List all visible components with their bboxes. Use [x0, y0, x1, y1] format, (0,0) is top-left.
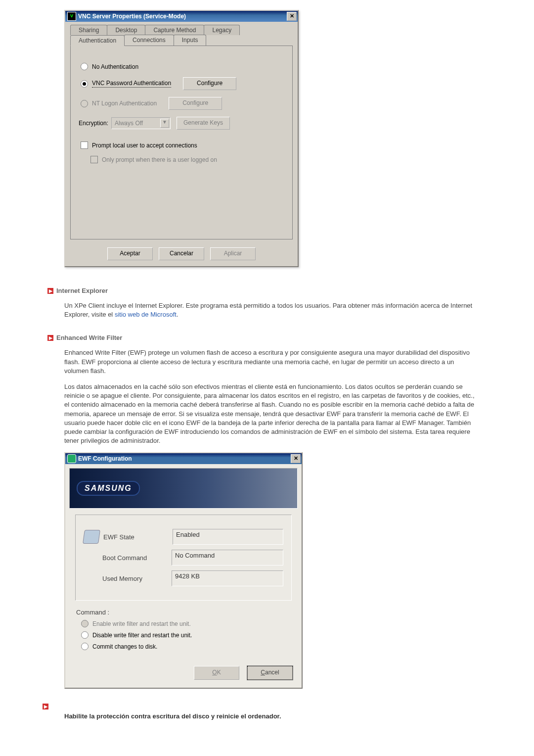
tab-authentication[interactable]: Authentication — [70, 35, 125, 46]
tab-inputs[interactable]: Inputs — [174, 35, 207, 46]
enable-write-protection-text: Habilite la protección contra escritura … — [64, 712, 524, 720]
tab-legacy[interactable]: Legacy — [204, 25, 240, 35]
radio-label: NT Logon Authentication — [92, 100, 157, 107]
bullet-icon: ▶ — [47, 335, 53, 341]
microsoft-link[interactable]: sitio web de Microsoft — [115, 311, 177, 318]
radio-nt-logon-auth: NT Logon Authentication Configure — [79, 97, 284, 110]
configure-button[interactable]: Configure — [183, 77, 236, 90]
bullet-icon: ▶ — [43, 704, 48, 709]
vnc-icon: V — [67, 12, 76, 21]
ie-paragraph: Un XPe Client incluye el Internet Explor… — [64, 301, 480, 319]
apply-button: Aplicar — [210, 247, 256, 260]
generate-keys-button: Generate Keys — [177, 117, 230, 130]
vnc-title: VNC Server Properties (Service-Mode) — [78, 13, 287, 20]
checkbox-icon — [90, 156, 98, 163]
checkbox-icon — [81, 142, 88, 149]
ewf-title: EWF Configuration — [78, 455, 291, 462]
cancel-button[interactable]: Cancel — [247, 666, 293, 680]
radio-label: Disable write filter and restart the uni… — [92, 632, 192, 639]
radio-icon — [81, 620, 89, 627]
radio-disable-write-filter[interactable]: Disable write filter and restart the uni… — [79, 631, 292, 639]
ewf-config-dialog: EWF Configuration ✕ SAMSUNG EWF State En… — [64, 452, 303, 689]
checkbox-label: Only prompt when there is a user logged … — [102, 156, 217, 163]
radio-icon — [81, 643, 89, 650]
encryption-value: Always Off — [115, 120, 143, 127]
ewf-paragraph-1: Enhanced Write Filter (EWF) protege un v… — [64, 348, 480, 376]
ok-button[interactable]: Aceptar — [107, 247, 153, 260]
radio-enable-write-filter: Enable write filter and restart the unit… — [79, 620, 292, 627]
radio-label: VNC Password Authentication — [92, 80, 171, 88]
radio-icon — [81, 100, 88, 107]
ie-text-end: . — [177, 311, 178, 318]
tab-sharing[interactable]: Sharing — [70, 25, 107, 35]
ewf-state-label: EWF State — [103, 533, 173, 541]
tab-connections[interactable]: Connections — [124, 35, 174, 46]
ewf-icon — [67, 454, 76, 463]
encryption-label: Encryption: — [79, 120, 108, 127]
command-heading: Command : — [76, 609, 292, 616]
encryption-select: Always Off ▼ — [111, 117, 171, 129]
radio-vnc-password-auth[interactable]: VNC Password Authentication Configure — [79, 77, 284, 90]
vnc-properties-dialog: V VNC Server Properties (Service-Mode) ✕… — [64, 10, 299, 267]
ewf-titlebar[interactable]: EWF Configuration ✕ — [65, 453, 302, 464]
section-heading-ewf: Enhanced Write Filter — [56, 334, 122, 341]
boot-command-label: Boot Command — [102, 554, 172, 562]
ewf-paragraph-2: Los datos almacenados en la caché sólo s… — [64, 382, 480, 445]
samsung-logo: SAMSUNG — [77, 481, 140, 496]
used-memory-label: Used Memory — [102, 575, 172, 582]
checkbox-prompt-local-user[interactable]: Prompt local user to accept connections — [79, 142, 284, 149]
ok-button: OK — [194, 666, 239, 680]
ewf-status-panel: EWF State Enabled Boot Command No Comman… — [75, 515, 292, 601]
ewf-state-value: Enabled — [173, 529, 283, 545]
boot-command-value: No Command — [172, 550, 283, 566]
radio-commit-changes[interactable]: Commit changes to disk. — [79, 643, 292, 650]
radio-label: Enable write filter and restart the unit… — [92, 620, 191, 627]
ewf-banner: SAMSUNG — [69, 468, 298, 509]
used-memory-value: 9428 KB — [172, 570, 283, 586]
ewf-state-icon — [83, 530, 100, 544]
vnc-titlebar[interactable]: V VNC Server Properties (Service-Mode) ✕ — [65, 11, 298, 22]
checkbox-label: Prompt local user to accept connections — [92, 142, 197, 149]
configure-button-disabled: Configure — [169, 97, 222, 110]
section-heading-ie: Internet Explorer — [56, 287, 108, 294]
radio-icon — [81, 80, 88, 88]
radio-label: No Authentication — [92, 63, 138, 70]
bullet-icon: ▶ — [47, 288, 53, 294]
chevron-down-icon: ▼ — [160, 119, 169, 128]
radio-label: Commit changes to disk. — [92, 643, 157, 650]
radio-icon — [81, 63, 88, 70]
tab-capture-method[interactable]: Capture Method — [145, 25, 204, 35]
close-icon[interactable]: ✕ — [287, 12, 297, 21]
radio-no-authentication[interactable]: No Authentication — [79, 63, 284, 70]
checkbox-only-prompt-logged-on: Only prompt when there is a user logged … — [89, 156, 284, 163]
close-icon[interactable]: ✕ — [291, 454, 301, 463]
radio-icon — [81, 631, 89, 639]
cancel-button[interactable]: Cancelar — [159, 247, 204, 260]
tab-desktop[interactable]: Desktop — [107, 25, 145, 35]
